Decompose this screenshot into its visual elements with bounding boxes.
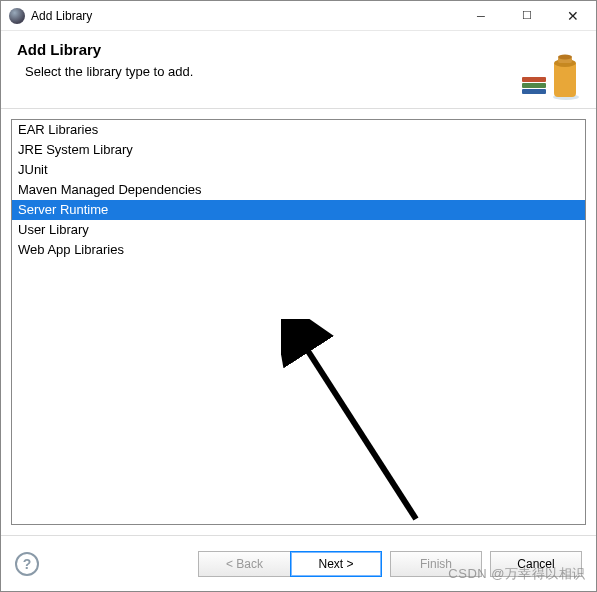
list-item[interactable]: Maven Managed Dependencies: [12, 180, 585, 200]
svg-rect-5: [522, 83, 546, 88]
library-jar-icon: [516, 41, 580, 101]
svg-point-3: [558, 55, 572, 60]
page-subtitle: Select the library type to add.: [17, 64, 193, 79]
help-button[interactable]: ?: [15, 552, 39, 576]
window-title: Add Library: [31, 9, 458, 23]
header-text: Add Library Select the library type to a…: [17, 41, 193, 79]
list-item[interactable]: EAR Libraries: [12, 120, 585, 140]
list-item[interactable]: Web App Libraries: [12, 240, 585, 260]
svg-rect-6: [522, 89, 546, 94]
svg-rect-4: [522, 77, 546, 82]
list-item[interactable]: User Library: [12, 220, 585, 240]
next-button[interactable]: Next >: [290, 551, 382, 577]
window-controls: ─ ☐ ✕: [458, 1, 596, 30]
wizard-header: Add Library Select the library type to a…: [1, 31, 596, 109]
list-item[interactable]: Server Runtime: [12, 200, 585, 220]
content-area: EAR LibrariesJRE System LibraryJUnitMave…: [1, 109, 596, 535]
button-bar: ? < Back Next > Finish Cancel: [1, 535, 596, 591]
app-icon: [9, 8, 25, 24]
nav-button-group: < Back Next >: [198, 551, 382, 577]
library-type-list[interactable]: EAR LibrariesJRE System LibraryJUnitMave…: [11, 119, 586, 525]
cancel-button[interactable]: Cancel: [490, 551, 582, 577]
back-button[interactable]: < Back: [198, 551, 290, 577]
close-button[interactable]: ✕: [550, 1, 596, 30]
titlebar: Add Library ─ ☐ ✕: [1, 1, 596, 31]
minimize-button[interactable]: ─: [458, 1, 504, 30]
finish-button[interactable]: Finish: [390, 551, 482, 577]
list-item[interactable]: JRE System Library: [12, 140, 585, 160]
dialog-window: Add Library ─ ☐ ✕ Add Library Select the…: [0, 0, 597, 592]
page-title: Add Library: [17, 41, 193, 58]
list-item[interactable]: JUnit: [12, 160, 585, 180]
maximize-button[interactable]: ☐: [504, 1, 550, 30]
